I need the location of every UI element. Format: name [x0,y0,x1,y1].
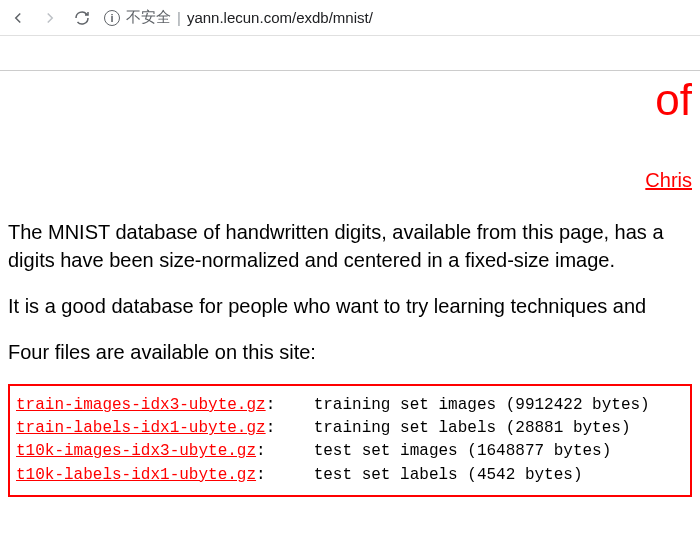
reload-icon [73,9,91,27]
file-row: train-images-idx3-ubyte.gz: training set… [16,394,684,417]
files-list: train-images-idx3-ubyte.gz: training set… [8,384,692,497]
file-row: t10k-images-idx3-ubyte.gz: test set imag… [16,440,684,463]
back-button[interactable] [8,8,28,28]
url-separator: | [177,9,181,26]
intro-paragraph-2: It is a good database for people who wan… [8,292,692,320]
info-icon: i [104,10,120,26]
intro-line-1: The MNIST database of handwritten digits… [8,221,664,243]
file-desc: training set images (9912422 bytes) [314,396,650,414]
file-link[interactable]: train-labels-idx1-ubyte.gz [16,419,266,437]
files-intro: Four files are available on this site: [8,338,692,366]
intro-line-2: digits have been size-normalized and cen… [8,249,615,271]
browser-toolbar: i 不安全 | yann.lecun.com/exdb/mnist/ [0,0,700,36]
address-bar[interactable]: i 不安全 | yann.lecun.com/exdb/mnist/ [104,8,692,27]
author-link[interactable]: Chris [645,169,692,191]
author-row: Chris [8,169,692,192]
page-heading-fragment: of [8,75,692,125]
file-desc: test set images (1648877 bytes) [314,442,612,460]
arrow-left-icon [9,9,27,27]
file-row: train-labels-idx1-ubyte.gz: training set… [16,417,684,440]
page-content: of Chris The MNIST database of handwritt… [0,75,700,497]
arrow-right-icon [41,9,59,27]
file-desc: test set labels (4542 bytes) [314,466,583,484]
page-divider [0,70,700,71]
security-label: 不安全 [126,8,171,27]
file-link[interactable]: t10k-labels-idx1-ubyte.gz [16,466,256,484]
file-link[interactable]: t10k-images-idx3-ubyte.gz [16,442,256,460]
file-desc: training set labels (28881 bytes) [314,419,631,437]
file-link[interactable]: train-images-idx3-ubyte.gz [16,396,266,414]
forward-button[interactable] [40,8,60,28]
reload-button[interactable] [72,8,92,28]
intro-paragraph-1: The MNIST database of handwritten digits… [8,218,692,274]
url-text: yann.lecun.com/exdb/mnist/ [187,9,373,26]
file-row: t10k-labels-idx1-ubyte.gz: test set labe… [16,464,684,487]
